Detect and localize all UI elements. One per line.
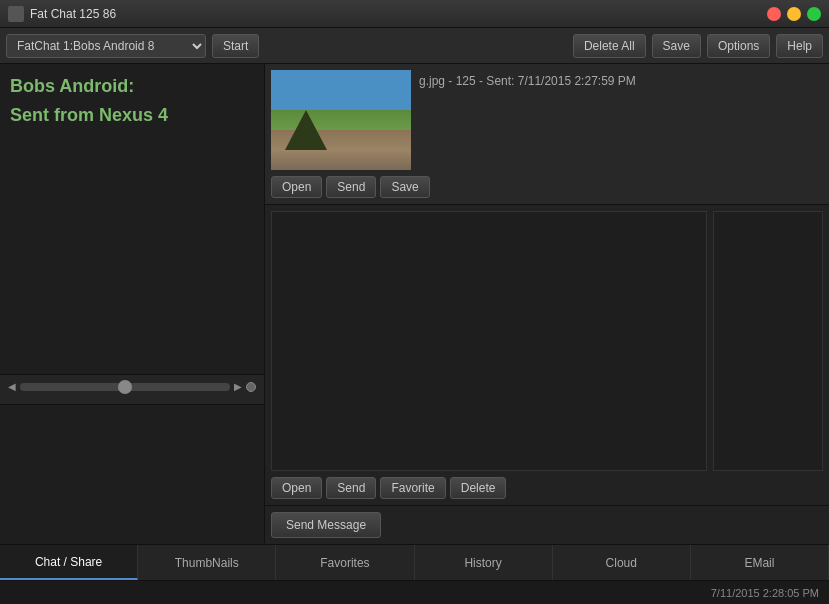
circle-control[interactable]: [246, 382, 256, 392]
slider-right-arrow[interactable]: ▶: [234, 381, 242, 392]
main-area: Bobs Android: Sent from Nexus 4 ◀ ▶ g.jp…: [0, 64, 829, 544]
save-button[interactable]: Save: [652, 34, 701, 58]
app-icon: [8, 6, 24, 22]
options-button[interactable]: Options: [707, 34, 770, 58]
image-save-button[interactable]: Save: [380, 176, 429, 198]
chat-messages: Bobs Android: Sent from Nexus 4: [0, 64, 264, 374]
right-panel: g.jpg - 125 - Sent: 7/11/2015 2:27:59 PM…: [265, 64, 829, 544]
tab-thumbnails[interactable]: ThumbNails: [138, 545, 276, 580]
tab-bar: Chat / Share ThumbNails Favorites Histor…: [0, 544, 829, 580]
beach-image: [271, 70, 411, 170]
device-select[interactable]: FatChat 1:Bobs Android 8: [6, 34, 206, 58]
tab-favorites[interactable]: Favorites: [276, 545, 414, 580]
left-panel: Bobs Android: Sent from Nexus 4 ◀ ▶: [0, 64, 265, 544]
toolbar: FatChat 1:Bobs Android 8 Start Delete Al…: [0, 28, 829, 64]
photo-delete-button[interactable]: Delete: [450, 477, 507, 499]
photo-favorite-button[interactable]: Favorite: [380, 477, 445, 499]
photo-buttons: Open Send Favorite Delete: [265, 477, 829, 505]
maximize-button[interactable]: [807, 7, 821, 21]
image-share-area: g.jpg - 125 - Sent: 7/11/2015 2:27:59 PM…: [265, 64, 829, 205]
image-thumbnail: [271, 70, 411, 170]
minimize-button[interactable]: [787, 7, 801, 21]
send-message-button[interactable]: Send Message: [271, 512, 381, 538]
chat-sender: Bobs Android:: [10, 74, 254, 99]
slider-track[interactable]: [20, 383, 230, 391]
title-bar: Fat Chat 125 86: [0, 0, 829, 28]
slider-left-arrow[interactable]: ◀: [8, 381, 16, 392]
status-bar: 7/11/2015 2:28:05 PM: [0, 580, 829, 604]
image-send-button[interactable]: Send: [326, 176, 376, 198]
chat-text: Sent from Nexus 4: [10, 103, 254, 128]
start-button[interactable]: Start: [212, 34, 259, 58]
left-bottom-panel: [0, 404, 264, 544]
tab-chat-share[interactable]: Chat / Share: [0, 545, 138, 580]
tab-history[interactable]: History: [415, 545, 553, 580]
window-title: Fat Chat 125 86: [30, 7, 761, 21]
photo-selector: [265, 205, 829, 477]
status-timestamp: 7/11/2015 2:28:05 PM: [711, 587, 819, 599]
delete-all-button[interactable]: Delete All: [573, 34, 646, 58]
image-info: g.jpg - 125 - Sent: 7/11/2015 2:27:59 PM: [419, 70, 636, 88]
left-slider-area: ◀ ▶: [0, 374, 264, 404]
image-open-button[interactable]: Open: [271, 176, 322, 198]
close-button[interactable]: [767, 7, 781, 21]
tab-cloud[interactable]: Cloud: [553, 545, 691, 580]
help-button[interactable]: Help: [776, 34, 823, 58]
tab-email[interactable]: EMail: [691, 545, 829, 580]
photo-sidebar: [713, 211, 823, 471]
photo-open-button[interactable]: Open: [271, 477, 322, 499]
slider-thumb[interactable]: [118, 380, 132, 394]
message-area: Send Message: [265, 505, 829, 544]
photo-grid: [271, 211, 707, 471]
photo-send-button[interactable]: Send: [326, 477, 376, 499]
